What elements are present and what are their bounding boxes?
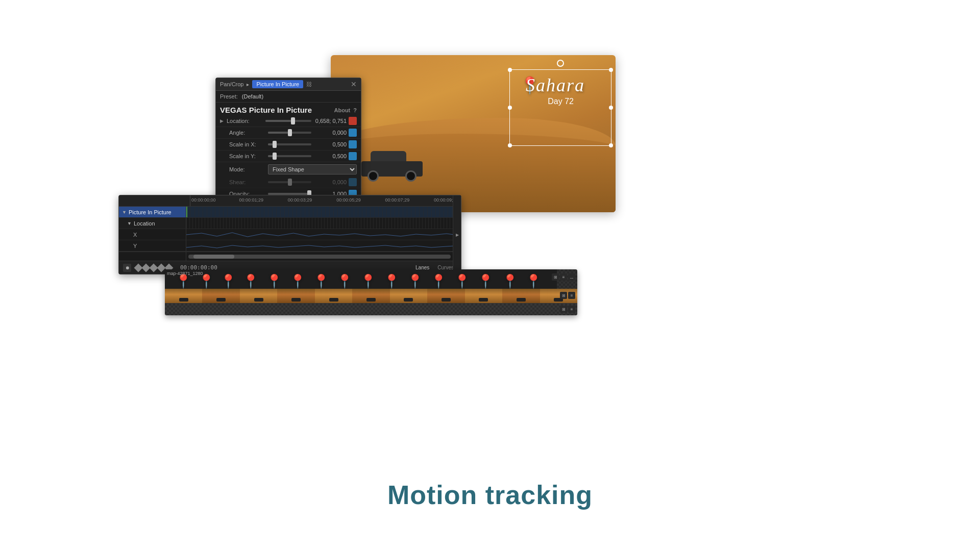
pan-crop-label[interactable]: Pan/Crop [220,81,243,87]
thumb-4 [277,289,314,303]
video-track-icons: ⊞ ≡ [560,292,575,299]
map-bottom-icons: ⊞ ≡ [560,306,575,313]
map-icon-2[interactable]: ≡ [560,273,567,281]
pin-5: 📍 [266,274,282,288]
panel-main-title: VEGAS Picture In Picture About ? [216,103,361,115]
shear-color-btn [349,178,357,186]
expand-arrow[interactable]: ▶ [220,118,224,123]
map-icon-dots[interactable]: ... [568,273,575,281]
scale-y-slider[interactable] [268,155,311,157]
thumb-2 [202,289,239,303]
page-title: Motion tracking [387,480,593,510]
thumb-8 [427,289,464,303]
track-content-pip [186,207,461,217]
angle-color-btn[interactable] [349,129,357,137]
location-row: ▶ Location: 0,658; 0,751 [216,115,361,127]
mode-row: Mode: Fixed Shape [216,162,361,177]
location-color-btn[interactable] [349,117,357,125]
track-label-location[interactable]: ▼ Location [119,218,186,229]
pip-tab[interactable]: Picture In Picture [252,80,303,88]
help-button[interactable]: ? [353,107,357,113]
location-label: Location: [227,118,263,124]
scale-y-color-btn[interactable] [349,152,357,160]
location-value: 0,658; 0,751 [313,118,347,124]
angle-value: 0,000 [313,130,347,136]
location-slider[interactable] [265,120,311,122]
pin-12: 📍 [430,274,447,288]
shear-slider [268,181,311,183]
timeline-bar: map-42871_1280 ⊞ ≡ ... 📍 📍 📍 📍 📍 📍 📍 📍 📍… [165,269,577,315]
thumb-5 [315,289,352,303]
scrollbar-thumb[interactable] [193,255,234,259]
scale-y-row: Scale in Y: 0,500 [216,151,361,162]
video-preview: 📍 Sahara Day 72 [331,55,616,212]
video-icon-2[interactable]: ≡ [568,292,575,299]
preset-row: Preset: (Default) [216,91,361,103]
scale-x-value: 0,500 [313,141,347,147]
map-bottom-icon-2[interactable]: ≡ [568,306,575,313]
track-label-y: Y [119,240,186,251]
pip-settings-panel: Pan/Crop ▸ Picture In Picture ⛓ ✕ Preset… [215,78,361,201]
map-thumbnail-track: ⊞ ≡ [165,303,577,315]
handle-tr[interactable] [609,68,613,72]
pin-1: 📍 [175,274,191,288]
timeline-header: 00:00:00;00 00:00:01;29 00:00:03;29 00:0… [119,195,461,207]
track-label-pip[interactable]: ▼ Picture In Picture [119,207,186,217]
time-mark-2: 00:00:03;29 [288,197,312,203]
handle-bl[interactable] [508,143,512,147]
track-name-y: Y [133,243,137,249]
pin-2: 📍 [198,274,214,288]
mode-dropdown[interactable]: Fixed Shape [268,164,357,174]
scroll-area [119,252,461,261]
track-row-location: ▼ Location ▶ [119,218,461,229]
scale-x-row: Scale in X: 0,500 [216,139,361,151]
panel-titlebar: Pan/Crop ▸ Picture In Picture ⛓ ✕ [216,78,361,91]
map-bottom-icon-1[interactable]: ⊞ [560,306,567,313]
record-button[interactable]: ⏺ [123,264,131,272]
handle-mr[interactable] [609,106,613,110]
angle-slider[interactable] [268,132,311,134]
thumb-9 [465,289,502,303]
time-mark-4: 00:00:07;29 [385,197,410,203]
pin-3: 📍 [220,274,236,288]
scale-x-slider[interactable] [268,143,311,145]
horizontal-scrollbar[interactable] [188,255,451,259]
map-icon-1[interactable]: ⊞ [552,273,559,281]
time-mark-3: 00:00:05;29 [336,197,361,203]
panel-title-text: VEGAS Picture In Picture [220,106,312,114]
pin-7: 📍 [313,274,329,288]
map-track-label: map-42871_1280 [167,271,203,276]
pin-4: 📍 [242,274,259,288]
handle-tl[interactable] [508,68,512,72]
scale-x-label: Scale in X: [229,141,266,147]
y-scroll: ▶ [453,195,461,274]
pin-15: 📍 [502,274,518,288]
shear-value: 0,000 [313,179,347,185]
close-button[interactable]: ✕ [351,80,357,88]
keyframe-panel: 00:00:00;00 00:00:01;29 00:00:03;29 00:0… [118,195,461,274]
video-icon-1[interactable]: ⊞ [560,292,567,299]
handle-ml[interactable] [508,106,512,110]
map-icons: ⊞ ≡ ... [552,273,575,281]
handle-br[interactable] [609,143,613,147]
angle-row: Angle: 0,000 [216,127,361,139]
track-row-x: X ▶ [119,229,461,240]
rotate-handle[interactable] [557,60,564,67]
pin-6: 📍 [289,274,306,288]
about-button[interactable]: About [334,107,351,113]
time-ruler: 00:00:00;00 00:00:01;29 00:00:03;29 00:0… [190,195,461,206]
thumb-10 [502,289,540,303]
scale-y-value: 0,500 [313,153,347,159]
scale-x-color-btn[interactable] [349,140,357,148]
preset-value: (Default) [242,93,263,99]
mode-label: Mode: [229,166,266,172]
preset-label: Preset: [220,93,238,99]
map-thumbnail-strip [165,304,577,315]
selection-box [509,69,611,146]
shear-row: Shear: 0,000 [216,177,361,188]
track-label-x: X [119,229,186,240]
pin-8: 📍 [336,274,353,288]
pin-16: 📍 [525,274,542,288]
track-name-pip: Picture In Picture [129,209,172,215]
thumb-6 [352,289,389,303]
